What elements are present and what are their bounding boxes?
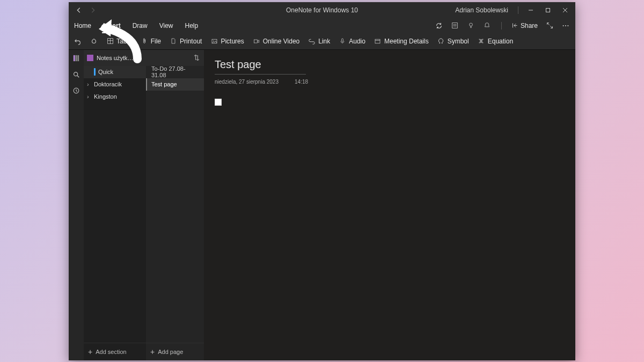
page-date: niedziela, 27 sierpnia 2023 bbox=[215, 79, 279, 85]
table-icon bbox=[106, 38, 114, 45]
maximize-button[interactable] bbox=[541, 4, 555, 16]
share-button[interactable]: Share bbox=[511, 22, 538, 29]
add-page-button[interactable]: + Add page bbox=[146, 343, 204, 360]
online-video-button[interactable]: Online Video bbox=[253, 38, 300, 45]
equation-icon bbox=[478, 38, 485, 45]
ribbon-insert: Table File Printout Pictures Online Vide… bbox=[69, 33, 575, 50]
svg-rect-16 bbox=[254, 40, 257, 43]
body: Notes użytkownika Adrian ⌄ Quick›Doktora… bbox=[69, 50, 575, 360]
meeting-details-button[interactable]: Meeting Details bbox=[374, 38, 429, 45]
sort-icon[interactable]: ⇅ bbox=[194, 54, 200, 62]
symbol-button[interactable]: Symbol bbox=[437, 38, 469, 45]
title-underline bbox=[215, 74, 306, 75]
svg-point-10 bbox=[567, 25, 568, 26]
audio-icon bbox=[339, 38, 346, 45]
chevron-down-icon: ⌄ bbox=[138, 54, 143, 61]
title-bar: OneNote for Windows 10 Adrian Sobolewski bbox=[69, 2, 575, 18]
svg-rect-20 bbox=[73, 55, 75, 61]
note-body[interactable] bbox=[215, 99, 565, 107]
back-button[interactable] bbox=[74, 5, 84, 15]
video-icon bbox=[253, 38, 260, 45]
svg-point-8 bbox=[563, 25, 564, 26]
sync-icon[interactable] bbox=[435, 21, 443, 30]
undo-button[interactable] bbox=[74, 38, 82, 45]
notebooks-icon[interactable] bbox=[72, 54, 80, 63]
left-rail bbox=[69, 50, 84, 360]
search-icon[interactable] bbox=[72, 70, 80, 79]
page-time: 14:18 bbox=[295, 79, 308, 85]
section-quick[interactable]: Quick bbox=[84, 66, 146, 78]
page-test-page[interactable]: Test page bbox=[146, 78, 204, 91]
svg-point-9 bbox=[565, 25, 566, 26]
page-to-do-27.08-31.08[interactable]: To-Do 27.08-31.08 bbox=[146, 66, 204, 78]
nav-arrows bbox=[69, 5, 103, 15]
minimize-button[interactable] bbox=[524, 4, 538, 16]
user-name[interactable]: Adrian Sobolewski bbox=[451, 6, 513, 14]
share-label: Share bbox=[521, 22, 538, 29]
menu-help[interactable]: Help bbox=[184, 20, 200, 32]
sections-pane: Notes użytkownika Adrian ⌄ Quick›Doktora… bbox=[84, 50, 146, 360]
favorite-button[interactable] bbox=[90, 38, 98, 45]
feed-icon[interactable] bbox=[451, 21, 459, 30]
section-doktoracik[interactable]: ›Doktoracik bbox=[84, 78, 146, 91]
file-button[interactable]: File bbox=[141, 38, 161, 45]
svg-point-23 bbox=[74, 72, 78, 76]
add-section-button[interactable]: + Add section bbox=[84, 343, 146, 360]
svg-rect-21 bbox=[75, 55, 77, 61]
recent-icon[interactable] bbox=[72, 86, 80, 95]
lightbulb-icon[interactable] bbox=[467, 21, 475, 30]
menu-insert[interactable]: Insert bbox=[102, 20, 122, 32]
plus-icon: + bbox=[88, 348, 92, 356]
notebook-color-icon bbox=[87, 55, 93, 61]
printout-icon bbox=[170, 38, 177, 45]
audio-button[interactable]: Audio bbox=[339, 38, 365, 45]
pictures-button[interactable]: Pictures bbox=[210, 38, 244, 45]
page-title[interactable]: Test page bbox=[215, 58, 565, 71]
more-icon[interactable] bbox=[561, 21, 570, 30]
svg-rect-22 bbox=[77, 55, 79, 61]
page-meta: niedziela, 27 sierpnia 2023 14:18 bbox=[215, 79, 565, 85]
menu-draw[interactable]: Draw bbox=[131, 20, 149, 32]
svg-point-15 bbox=[213, 40, 214, 41]
notebook-name: Notes użytkownika Adrian bbox=[97, 55, 135, 61]
link-icon bbox=[308, 38, 316, 45]
page-content[interactable]: Test page niedziela, 27 sierpnia 2023 14… bbox=[204, 50, 575, 360]
menu-bar: HomeInsertDrawViewHelp Share bbox=[69, 18, 575, 33]
equation-button[interactable]: Equation bbox=[478, 38, 513, 45]
forward-button[interactable] bbox=[88, 5, 98, 15]
calendar-icon bbox=[374, 38, 382, 45]
divider bbox=[518, 6, 518, 14]
close-button[interactable] bbox=[558, 4, 572, 16]
todo-checkbox[interactable] bbox=[215, 99, 222, 106]
table-button[interactable]: Table bbox=[106, 38, 132, 45]
menu-home[interactable]: Home bbox=[73, 20, 92, 32]
printout-button[interactable]: Printout bbox=[170, 38, 202, 45]
svg-line-24 bbox=[77, 75, 79, 77]
svg-rect-17 bbox=[342, 39, 343, 41]
bell-icon[interactable] bbox=[483, 21, 492, 30]
divider bbox=[501, 22, 502, 29]
menu-view[interactable]: View bbox=[158, 20, 174, 32]
pages-header: ⇅ bbox=[146, 50, 204, 66]
svg-rect-18 bbox=[375, 39, 380, 43]
pages-pane: ⇅ To-Do 27.08-31.08Test page + Add page bbox=[146, 50, 204, 360]
section-kingston[interactable]: ›Kingston bbox=[84, 91, 146, 103]
link-button[interactable]: Link bbox=[308, 38, 330, 45]
onenote-window: OneNote for Windows 10 Adrian Sobolewski… bbox=[69, 2, 575, 360]
plus-icon: + bbox=[150, 348, 155, 356]
fullscreen-icon[interactable] bbox=[545, 21, 554, 30]
pictures-icon bbox=[210, 38, 218, 45]
symbol-icon bbox=[437, 38, 445, 45]
notebook-selector[interactable]: Notes użytkownika Adrian ⌄ bbox=[84, 50, 146, 66]
svg-point-5 bbox=[470, 23, 473, 26]
attachment-icon bbox=[141, 38, 148, 45]
svg-rect-1 bbox=[546, 8, 550, 12]
svg-rect-2 bbox=[452, 23, 458, 28]
